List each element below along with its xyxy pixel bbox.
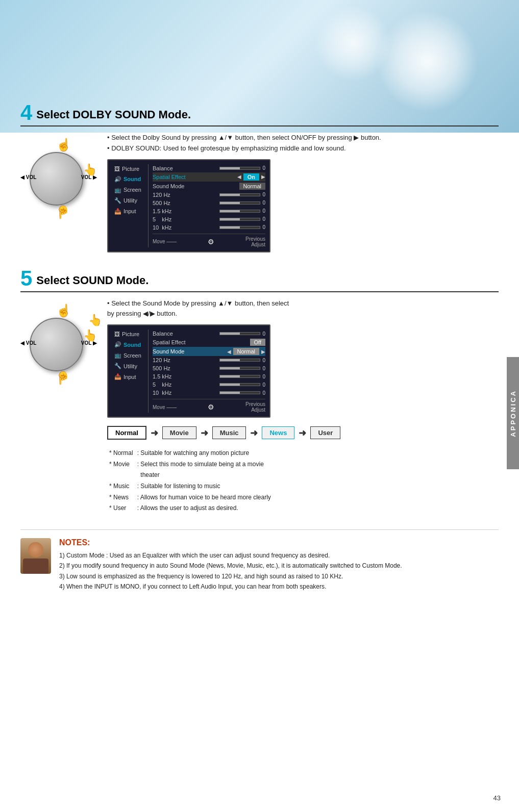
sound-mode5-value: Normal: [233, 348, 259, 355]
section-5-instr-1: • Select the Sound Mode by pressing ▲/▼ …: [107, 298, 499, 309]
tv5-row-10khz: 10 kHz 0: [153, 389, 265, 397]
screen-icon: 📺: [114, 187, 121, 193]
remote-dial-5[interactable]: [30, 318, 83, 371]
menu5-utility[interactable]: 🔧 Utility: [112, 361, 144, 371]
tv5-row-1-5khz: 1.5 kHz 0: [153, 372, 265, 380]
tv5-row-balance: Balance 0: [153, 329, 265, 338]
section-4-instr-2: • DOLBY SOUND: Used to feel grotesque by…: [107, 143, 499, 154]
spatial5-value: Off: [250, 339, 265, 346]
500hz-bar: [219, 201, 260, 205]
tv-row-1-5khz: 1.5 kHz 0: [153, 207, 265, 215]
tv-row-10khz: 10 kHz 0: [153, 223, 265, 232]
utility-icon: 🔧: [114, 197, 121, 204]
section-4-body: ☝ ◀ VOL VOL ▶ 👆 ☝ • Select the Dolby Sou…: [20, 133, 499, 252]
desc-normal: * Normal : Suitable for watching any mot…: [107, 448, 273, 459]
tv-row-sound-mode: Sound Mode Normal: [153, 182, 265, 191]
tv5-row-spatial: Spatial Effect Off: [153, 338, 265, 347]
menu-input[interactable]: 📥 Input: [112, 207, 144, 216]
desc-user: * User : Allows the user to adjust as de…: [107, 503, 273, 514]
settings-icon: ⚙: [208, 238, 214, 246]
input-icon-5: 📥: [114, 373, 121, 380]
menu5-sound[interactable]: 🔊 Sound: [112, 340, 144, 349]
picture-icon-5: 🖼: [114, 331, 120, 337]
desc-news: * News : Allows for human voice to be he…: [107, 492, 273, 503]
appendix-sidebar: APPONICA: [507, 357, 519, 469]
10khz-bar: [219, 226, 260, 229]
move-label: Move ——: [153, 239, 177, 244]
tv5-row-500hz: 500 Hz 0: [153, 364, 265, 372]
section-4-title: Select DOLBY SOUND Mode.: [36, 102, 191, 121]
tv-content-area-5: Balance 0 Spatial Effect Off: [148, 329, 265, 413]
hand-right-icon: 👆: [83, 163, 97, 176]
section-4-instructions: • Select the Dolby Sound by pressing ▲/▼…: [107, 133, 499, 154]
previous-label: Previous: [245, 236, 265, 242]
section-5-remote: ☝ ◀ VOL VOL ▶ 👆 👆 ☝: [20, 298, 97, 385]
menu-utility[interactable]: 🔧 Utility: [112, 196, 144, 206]
desc-movie-cont: theater: [107, 470, 273, 481]
tv-row-balance: Balance 0: [153, 164, 265, 172]
note-item-2: 2) If you modify sound frequency in auto…: [59, 561, 499, 571]
mode-news-btn[interactable]: News: [262, 426, 294, 439]
remote-dial[interactable]: [30, 152, 83, 206]
sound-mode-selector: Normal ➜ Movie ➜ Music ➜ News ➜ User: [107, 426, 499, 440]
settings-icon-5: ⚙: [208, 403, 214, 411]
menu5-screen[interactable]: 📺 Screen: [112, 350, 144, 360]
tv5-footer: Move —— ⚙ Previous Adjust: [153, 399, 265, 413]
screen-icon-5: 📺: [114, 352, 121, 359]
tv-content-area: Balance 0 Spatial Effect ◀: [148, 164, 265, 247]
section-4-number: 4: [20, 102, 32, 123]
spatial-value: On: [243, 173, 259, 181]
page-number: 43: [493, 794, 501, 802]
sound-icon-5: 🔊: [114, 341, 121, 348]
menu5-input[interactable]: 📥 Input: [112, 372, 144, 382]
vol-label-left-5: ◀ VOL: [20, 340, 36, 346]
hand-right-icon-5: 👆: [83, 329, 97, 342]
picture-icon: 🖼: [114, 166, 120, 172]
tv-sidebar-5: 🖼 Picture 🔊 Sound 📺 Screen: [112, 329, 148, 413]
section-4-instr-1: • Select the Dolby Sound by pressing ▲/▼…: [107, 133, 499, 143]
tv5-row-120hz: 120 Hz 0: [153, 356, 265, 364]
mode-music-btn[interactable]: Music: [212, 426, 246, 439]
notes-section: NOTES: 1) Custom Mode : Used as an Equal…: [20, 529, 499, 592]
section-4-content: • Select the Dolby Sound by pressing ▲/▼…: [107, 133, 499, 252]
section-5-tv-menu: 🖼 Picture 🔊 Sound 📺 Screen: [107, 324, 270, 418]
menu-sound[interactable]: 🔊 Sound: [112, 174, 144, 184]
mode-normal-btn[interactable]: Normal: [107, 426, 146, 440]
sound-mode-value: Normal: [239, 183, 265, 190]
section-4-remote: ☝ ◀ VOL VOL ▶ 👆 ☝: [20, 133, 97, 219]
sound-icon: 🔊: [114, 176, 121, 183]
hand-up-icon: ☝: [56, 138, 71, 152]
note-item-3: 3) Low sound is emphasized as the freque…: [59, 571, 499, 581]
desc-movie: * Movie : Select this mode to simulate b…: [107, 459, 273, 470]
tv5-row-sound-mode: Sound Mode ◀ Normal ▶: [153, 347, 265, 356]
mode-movie-btn[interactable]: Movie: [162, 426, 196, 439]
appendix-label: APPONICA: [509, 390, 517, 437]
hand-down-icon: ☝: [55, 205, 70, 219]
utility-icon-5: 🔧: [114, 363, 121, 369]
arrow-4: ➜: [299, 427, 306, 439]
mode-descriptions: * Normal : Suitable for watching any mot…: [107, 448, 499, 514]
tv-row-spatial: Spatial Effect ◀ On ▶: [153, 172, 265, 182]
tv-sidebar: 🖼 Picture 🔊 Sound 📺 Screen: [112, 164, 148, 247]
balance-bar: [219, 167, 260, 170]
notes-title: NOTES:: [59, 538, 499, 547]
section-5-title: Select SOUND Mode.: [36, 268, 149, 287]
input-icon: 📥: [114, 208, 121, 215]
hand-down-icon-5: ☝: [55, 371, 70, 385]
menu5-picture[interactable]: 🖼 Picture: [112, 329, 144, 339]
menu-screen[interactable]: 📺 Screen: [112, 185, 144, 195]
120hz-bar: [219, 193, 260, 196]
tv5-row-5khz: 5 kHz 0: [153, 380, 265, 389]
arrow-3: ➜: [250, 427, 258, 439]
notes-avatar: [20, 538, 51, 574]
arrow-2: ➜: [201, 427, 208, 439]
adjust-label: Adjust: [245, 242, 265, 247]
section-5-content: • Select the Sound Mode by pressing ▲/▼ …: [107, 298, 499, 514]
section-5: 5 Select SOUND Mode. ☝ ◀ VOL VOL ▶ 👆 👆 ☝: [20, 268, 499, 514]
menu-picture[interactable]: 🖼 Picture: [112, 164, 144, 173]
notes-content: NOTES: 1) Custom Mode : Used as an Equal…: [59, 538, 499, 592]
tv-row-120hz: 120 Hz 0: [153, 191, 265, 199]
spatial-arrow-left: ◀: [237, 174, 241, 180]
mode-user-btn[interactable]: User: [310, 426, 340, 439]
notes-list: 1) Custom Mode : Used as an Equalizer wi…: [59, 550, 499, 592]
